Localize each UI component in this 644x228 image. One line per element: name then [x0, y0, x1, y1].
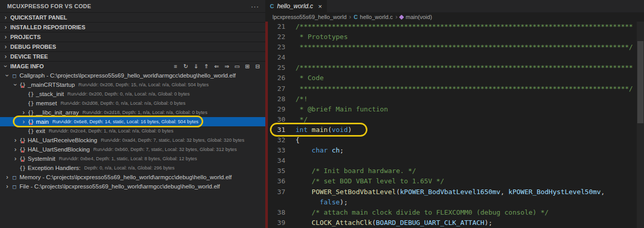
sidebar-section-debug-probes[interactable]: ›DEBUG PROBES — [0, 42, 265, 51]
refresh-icon[interactable]: ↻ — [182, 63, 189, 70]
code-line-30[interactable]: 30 */ — [268, 115, 637, 125]
code-line-23[interactable]: 23 *************************************… — [268, 42, 637, 52]
tree-node-maincrtstartup[interactable]: ›{}_mainCRTStartupRunAddr: 0x208, Depth:… — [0, 80, 265, 89]
code-token: ( — [396, 188, 400, 196]
line-number[interactable] — [268, 197, 285, 207]
chevron-down-icon: › — [4, 72, 11, 79]
line-number[interactable]: 21 — [268, 22, 285, 32]
chevron-right-icon: › — [12, 155, 18, 162]
line-number[interactable]: 37 — [268, 187, 285, 197]
line-number[interactable]: 24 — [268, 52, 285, 63]
close-icon[interactable]: × — [318, 3, 322, 10]
import-data-icon[interactable]: ⇐ — [213, 63, 220, 70]
breadcrumb-item-file[interactable]: Chello_world.c — [354, 14, 393, 20]
code-token: ); — [484, 219, 493, 226]
line-number[interactable]: 27 — [268, 84, 285, 94]
section-label: DEVICE TREE — [10, 53, 48, 60]
code-text: CLOCK_AttachClk(BOARD_DEBUG_UART_CLK_ATT… — [285, 218, 493, 228]
code-line-22[interactable]: 22 * Prototypes — [268, 32, 637, 42]
line-number[interactable]: 30 — [268, 115, 285, 125]
code-text: /*! — [285, 94, 307, 104]
chevron-right-icon: › — [4, 183, 10, 190]
code-token: char — [311, 146, 327, 154]
code-line-39[interactable]: 39 CLOCK_AttachClk(BOARD_DEBUG_UART_CLK_… — [268, 218, 637, 228]
collapse-all-icon[interactable]: ⊟ — [254, 63, 261, 70]
line-number[interactable]: 26 — [268, 73, 285, 83]
chevron-right-icon: › — [4, 174, 10, 181]
open-report-icon[interactable]: ▭ — [233, 63, 241, 70]
vertical-scrollbar[interactable] — [637, 22, 644, 228]
tree-node-main[interactable]: ›{}mainRunAddr: 0x6e8, Depth: 14, static… — [0, 117, 265, 126]
code-line-26[interactable]: 26 * Code — [268, 73, 637, 83]
export-data-icon[interactable]: ⇑ — [203, 63, 210, 70]
tree-node-libc-init-array[interactable]: ›{}__libc_init_arrayRunAddr: 0x2d18, Dep… — [0, 108, 265, 117]
tree-node-label: HAL_UartSendBlocking — [28, 146, 90, 153]
code-line-37[interactable]: 37 POWER_SetBodVbatLevel(kPOWER_BodVbatL… — [268, 187, 637, 197]
share-data-icon[interactable]: ⇒ — [223, 63, 230, 70]
tree-node-file[interactable]: ›□File - C:\projects\lpcxpresso55s69_hel… — [0, 182, 265, 191]
code-line-38[interactable]: 38 /* attach main clock divide to FLEXCO… — [268, 207, 637, 218]
tree-node-systeminit[interactable]: ›{}SystemInitRunAddr: 0xbe4, Depth: 1, s… — [0, 154, 265, 163]
code-token — [296, 188, 311, 196]
breadcrumb-item-project[interactable]: lpcxpresso55s69_hello_world — [272, 14, 346, 20]
sidebar-section-projects[interactable]: ›PROJECTS — [0, 32, 265, 42]
line-number[interactable]: 36 — [268, 176, 285, 186]
code-token — [296, 219, 311, 226]
code-token: false — [320, 198, 340, 206]
line-number[interactable]: 34 — [268, 156, 285, 166]
code-token: main — [311, 126, 327, 134]
code-line-34[interactable]: 34 — [268, 156, 637, 166]
scrollbar-thumb[interactable] — [637, 41, 643, 123]
code-line-36[interactable]: 36 /* set BOD VBAT level to 1.65V */ — [268, 176, 637, 186]
code-line-31[interactable]: 31int main(void) — [268, 125, 637, 135]
tree-node-exit[interactable]: {}exitRunAddr: 0x2ce4, Depth: 1, n/a, Lo… — [0, 126, 265, 136]
code-text: false); — [285, 197, 348, 207]
code-line-24[interactable]: 24 — [268, 52, 637, 63]
line-number[interactable]: 38 — [268, 207, 285, 218]
code-line-32[interactable]: 32{ — [268, 135, 637, 145]
tree-node-hal-uart-receive-blocking[interactable]: ›{}HAL_UartReceiveBlockingRunAddr: 0xad4… — [0, 136, 265, 145]
line-number[interactable]: 23 — [268, 42, 285, 52]
line-number[interactable]: 31 — [268, 125, 285, 135]
save-data-icon[interactable]: ⇓ — [192, 63, 200, 70]
code-line-33[interactable]: 33 char ch; — [268, 145, 637, 156]
code-line-27[interactable]: 27 *************************************… — [268, 84, 637, 94]
code-text: * Prototypes — [285, 32, 348, 42]
line-number[interactable]: 35 — [268, 166, 285, 176]
line-number[interactable]: 22 — [268, 32, 285, 42]
sidebar-section-quickstart-panel[interactable]: ›QUICKSTART PANEL — [0, 12, 265, 22]
code-line-wrap[interactable]: false); — [268, 197, 637, 207]
section-image-info[interactable]: › IMAGE INFO ≡↻⇓⇑⇐⇒▭⊞⊟ — [0, 61, 265, 71]
sidebar-section-installed-repositories[interactable]: ›INSTALLED REPOSITORIES — [0, 22, 265, 32]
filter-icon[interactable]: ≡ — [172, 63, 179, 69]
code-line-35[interactable]: 35 /* Init board hardware. */ — [268, 166, 637, 176]
code-line-28[interactable]: 28/*! — [268, 94, 637, 104]
code-line-25[interactable]: 25/*************************************… — [268, 63, 637, 73]
tree-node-detail: Depth: 0, n/a, Local: n/a, Global: 296 b… — [84, 165, 174, 170]
more-actions-icon[interactable]: ··· — [251, 3, 259, 10]
line-number[interactable]: 25 — [268, 63, 285, 73]
sidebar-section-device-tree[interactable]: ›DEVICE TREE — [0, 51, 265, 61]
line-number[interactable]: 28 — [268, 94, 285, 104]
tree-node-hal-uart-send-blocking[interactable]: ›{}HAL_UartSendBlockingRunAddr: 0xb60, D… — [0, 145, 265, 154]
line-number[interactable]: 29 — [268, 104, 285, 115]
code-token: ); — [340, 198, 348, 206]
red-dot — [22, 150, 24, 153]
breadcrumb-item-symbol[interactable]: main(void) — [400, 14, 432, 20]
line-number[interactable]: 32 — [268, 135, 285, 145]
tree-node-stack-init[interactable]: {}_stack_initRunAddr: 0x200, Depth: 0, n… — [0, 89, 265, 99]
braces-icon: {} — [18, 138, 27, 143]
code-lines[interactable]: 21/*************************************… — [268, 22, 637, 228]
code-line-29[interactable]: 29 * @brief Main function — [268, 104, 637, 115]
tree-node-detail: RunAddr: 0x2d08, Depth: 0, n/a, Local: n… — [61, 101, 185, 106]
tree-node-exception-handlers[interactable]: {}Exception Handlers:Depth: 0, n/a, Loca… — [0, 163, 265, 173]
tree-node-memory[interactable]: ›□Memory - C:\projects\lpcxpresso55s69_h… — [0, 173, 265, 182]
tab-hello-world-c[interactable]: C hello_world.c × — [265, 0, 327, 12]
expand-all-icon[interactable]: ⊞ — [244, 63, 251, 70]
line-number[interactable]: 39 — [268, 218, 285, 228]
tree-node-callgraph[interactable]: ›□Callgraph - C:\projects\lpcxpresso55s6… — [0, 71, 265, 80]
code-token: ( — [372, 219, 376, 226]
line-number[interactable]: 33 — [268, 145, 285, 156]
code-line-21[interactable]: 21/*************************************… — [268, 22, 637, 32]
tree-node-memset[interactable]: {}memsetRunAddr: 0x2d08, Depth: 0, n/a, … — [0, 99, 265, 108]
